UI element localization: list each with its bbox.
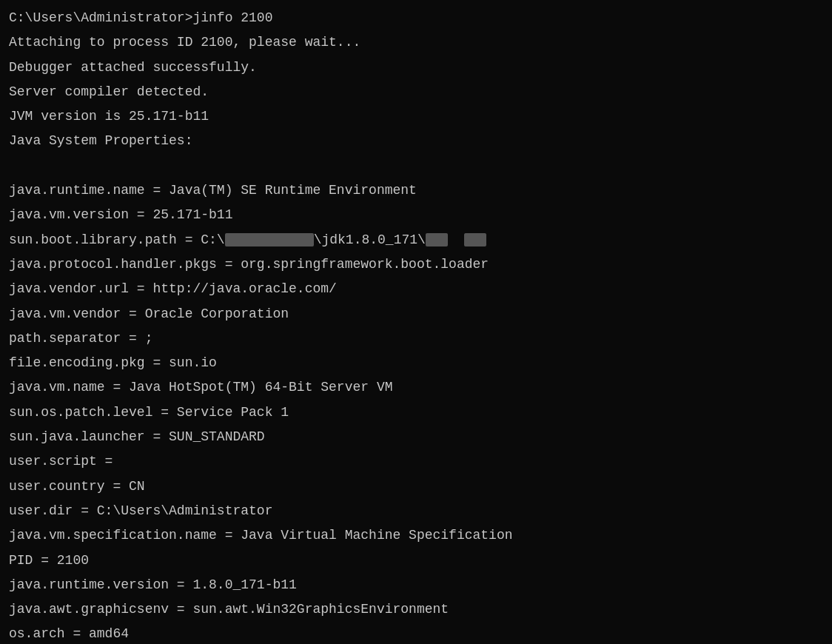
terminal-line-server: Server compiler detected. [9,80,823,104]
redacted-path-1 [225,233,314,246]
terminal-line-vendor-url: java.vendor.url = http://java.oracle.com… [9,277,823,301]
terminal-line-java-sys: Java System Properties: [9,129,823,153]
terminal-window: C:\Users\Administrator>jinfo 2100 Attach… [9,6,823,638]
terminal-line-attaching: Attaching to process ID 2100, please wai… [9,30,823,55]
terminal-line-file-enc: file.encoding.pkg = sun.io [9,351,823,375]
terminal-line-os-arch: os.arch = amd64 [9,622,823,644]
terminal-line-launcher: sun.java.launcher = SUN_STANDARD [9,425,823,449]
terminal-line-runtime-ver: java.runtime.version = 1.8.0_171-b11 [9,573,823,597]
terminal-line-jvm-ver: JVM version is 25.171-b11 [9,104,823,129]
redacted-path-2 [426,233,448,246]
terminal-line-cmd: C:\Users\Administrator>jinfo 2100 [9,6,823,30]
terminal-line-vm-version: java.vm.version = 25.171-b11 [9,203,823,227]
terminal-line-runtime-name: java.runtime.name = Java(TM) SE Runtime … [9,178,823,203]
terminal-line-vm-vendor: java.vm.vendor = Oracle Corporation [9,302,823,326]
terminal-line-boot-library: sun.boot.library.path = C:\ \jdk1.8.0_17… [9,228,823,252]
terminal-line-user-dir: user.dir = C:\Users\Administrator [9,499,823,523]
redacted-path-3 [464,233,486,246]
terminal-line-user-country: user.country = CN [9,474,823,499]
terminal-line-protocol: java.protocol.handler.pkgs = org.springf… [9,252,823,277]
terminal-line-blank [9,154,823,178]
terminal-line-pid: PID = 2100 [9,549,823,573]
terminal-line-vm-name: java.vm.name = Java HotSpot(TM) 64-Bit S… [9,375,823,400]
terminal-line-path-sep: path.separator = ; [9,326,823,351]
terminal-line-vm-spec: java.vm.specification.name = Java Virtua… [9,523,823,548]
terminal-line-graphics: java.awt.graphicsenv = sun.awt.Win32Grap… [9,597,823,622]
terminal-line-user-script: user.script = [9,449,823,474]
terminal-line-debugger: Debugger attached successfully. [9,56,823,80]
terminal-line-os-patch: sun.os.patch.level = Service Pack 1 [9,400,823,425]
